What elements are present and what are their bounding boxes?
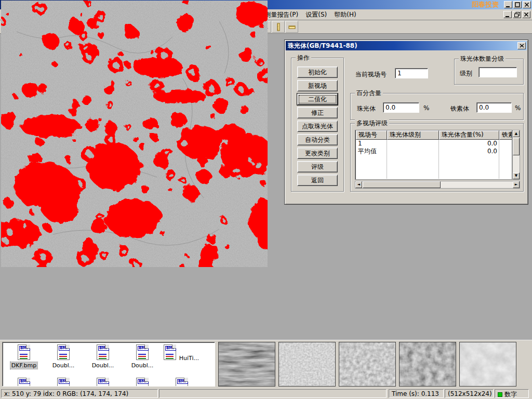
thumbnail-5[interactable]	[459, 342, 516, 387]
percent-group-label: 百分含量	[355, 89, 383, 97]
file-item-partial[interactable]: BMP	[84, 378, 122, 387]
close-icon	[523, 11, 529, 18]
current-view-input[interactable]	[395, 68, 428, 78]
maximize-icon	[514, 2, 521, 8]
grading-table-body[interactable]: 视场号 珠光体级别 珠光体含量(%) 铁素 1 0.0 平均值 0.0	[355, 130, 512, 180]
file-item-doubl1[interactable]: BMP Doubl...	[44, 344, 83, 369]
bmp-file-icon: BMP	[57, 378, 70, 387]
thumbnail-4[interactable]	[399, 342, 456, 387]
correct-button[interactable]: 修正	[297, 107, 338, 118]
watermark-text: 阳春投资	[472, 0, 499, 9]
col-header-view[interactable]: 视场号	[356, 130, 387, 140]
multi-view-group: 多视场评级 视场号 珠光体级别 珠光体含量(%) 铁素 1 0.0	[350, 123, 524, 192]
scroll-right-button[interactable]: ►	[513, 181, 520, 188]
col-header-pearlite[interactable]: 珠光体含量(%)	[439, 130, 499, 140]
close-button[interactable]	[523, 1, 531, 8]
vertical-scroll-thumb[interactable]	[513, 138, 520, 155]
cursor-info-panel: x: 510 y: 79 idx: 0 RGB: (174, 174, 174)	[1, 389, 158, 398]
arrow-up-icon: ▲	[515, 131, 517, 136]
bmp-file-icon: BMP	[164, 344, 176, 360]
menu-help[interactable]: 帮助(H)	[330, 9, 360, 20]
bmp-tag: BMP	[138, 379, 149, 384]
mdi-minimize-button[interactable]	[503, 11, 512, 18]
thumbnail-1[interactable]	[218, 342, 275, 387]
initialize-button[interactable]: 初始化	[297, 66, 338, 78]
cell-pearlite: 0.0	[439, 140, 499, 148]
operations-group-label: 操作	[296, 54, 311, 61]
binarize-button[interactable]: 二值化	[297, 94, 338, 105]
scribble-decoration	[59, 356, 67, 357]
cell-grade	[387, 148, 439, 155]
bmp-tag: BMP	[59, 379, 70, 384]
change-class-button[interactable]: 更改类别	[297, 148, 338, 159]
file-item-huiti[interactable]: BMP HuiTi...	[163, 344, 201, 362]
bmp-tag: BMP	[19, 346, 30, 351]
pearlite-dialog-window: 珠光体(GB/T9441-88) 操作 初始化 新视场 二值化 修正 点取珠光体…	[284, 39, 528, 205]
thumbnail-3[interactable]	[339, 342, 396, 387]
bmp-tag: BMP	[138, 346, 149, 351]
file-item-dkf[interactable]: BMP DKF.bmp	[5, 344, 43, 369]
vertical-ruler-button[interactable]	[272, 21, 285, 33]
pick-pearlite-button[interactable]: 点取珠光体	[297, 121, 338, 132]
bmp-tag: BMP	[19, 379, 30, 384]
file-item-doubl3[interactable]: BMP Doubl...	[123, 344, 162, 369]
horizontal-ruler-button[interactable]	[285, 21, 298, 33]
cell-grade	[387, 140, 439, 148]
bmp-tag: BMP	[98, 346, 109, 351]
scroll-down-button[interactable]: ▼	[513, 172, 520, 179]
arrow-left-icon: ◄	[357, 182, 360, 187]
grade-button[interactable]: 评级	[297, 161, 338, 172]
table-horizontal-scrollbar[interactable]: ◄ ►	[355, 181, 520, 189]
dialog-title: 珠光体(GB/T9441-88)	[288, 42, 357, 50]
close-icon	[524, 2, 530, 8]
scribble-decoration	[20, 356, 28, 357]
minimize-button[interactable]	[504, 1, 512, 8]
menu-settings[interactable]: 设置(S)	[302, 9, 330, 20]
arrow-down-icon: ▼	[515, 174, 517, 178]
vertical-ruler-icon	[274, 23, 283, 31]
col-header-ferrite[interactable]: 铁素	[499, 130, 512, 140]
mode-indicator-dot	[498, 392, 502, 397]
maximize-button[interactable]	[513, 1, 522, 8]
cell-view: 1	[356, 140, 387, 148]
grade-label: 级别	[460, 69, 472, 78]
table-row[interactable]: 1 0.0	[356, 140, 512, 148]
mode-label: 数字	[504, 391, 517, 398]
col-header-grade[interactable]: 珠光体级别	[387, 130, 439, 140]
file-item-partial[interactable]: BMP	[44, 378, 83, 387]
scroll-left-button[interactable]: ◄	[355, 181, 362, 188]
status-spacer-panel	[159, 389, 387, 398]
mdi-restore-button[interactable]	[513, 11, 521, 18]
micrograph-image[interactable]	[1, 1, 268, 267]
table-row[interactable]: 平均值 0.0	[356, 148, 512, 155]
pearlite-label: 珠光体	[357, 104, 376, 113]
grading-table: 视场号 珠光体级别 珠光体含量(%) 铁素 1 0.0 平均值 0.0	[355, 130, 520, 180]
new-view-button[interactable]: 新视场	[297, 80, 338, 91]
grade-group-label: 珠光体数量分级	[459, 55, 506, 62]
percent-group: 百分含量 珠光体 % 铁素体 %	[350, 93, 524, 120]
return-button[interactable]: 返回	[297, 175, 338, 186]
scroll-up-button[interactable]: ▲	[513, 130, 520, 137]
horizontal-scroll-thumb[interactable]	[363, 181, 441, 188]
file-item-doubl2[interactable]: BMP Doubl...	[84, 344, 122, 369]
table-vertical-scrollbar[interactable]: ▲ ▼	[512, 130, 520, 180]
ferrite-percent-input[interactable]	[476, 102, 512, 113]
dialog-titlebar[interactable]: 珠光体(GB/T9441-88)	[286, 41, 527, 50]
file-browser[interactable]: BMP DKF.bmp BMP Doubl... BMP Doubl... BM…	[2, 342, 215, 387]
table-header-row: 视场号 珠光体级别 珠光体含量(%) 铁素	[356, 130, 512, 138]
ferrite-label: 铁素体	[450, 104, 469, 113]
bmp-file-icon: BMP	[176, 378, 188, 387]
file-item-partial[interactable]: BMP	[123, 378, 162, 387]
bmp-file-icon: BMP	[18, 344, 30, 360]
cell-ferrite	[499, 148, 512, 155]
file-item-partial[interactable]: BMP	[163, 378, 201, 387]
file-item-partial[interactable]: BMP	[5, 378, 43, 387]
dialog-close-button[interactable]	[517, 42, 526, 49]
thumbnail-2[interactable]	[278, 342, 336, 387]
minimize-icon	[505, 2, 511, 8]
pearlite-percent-input[interactable]	[383, 102, 419, 113]
grade-input[interactable]	[478, 67, 517, 77]
mdi-close-button[interactable]	[522, 11, 530, 18]
mdi-window-buttons	[502, 11, 530, 18]
auto-classify-button[interactable]: 自动分类	[297, 134, 338, 145]
